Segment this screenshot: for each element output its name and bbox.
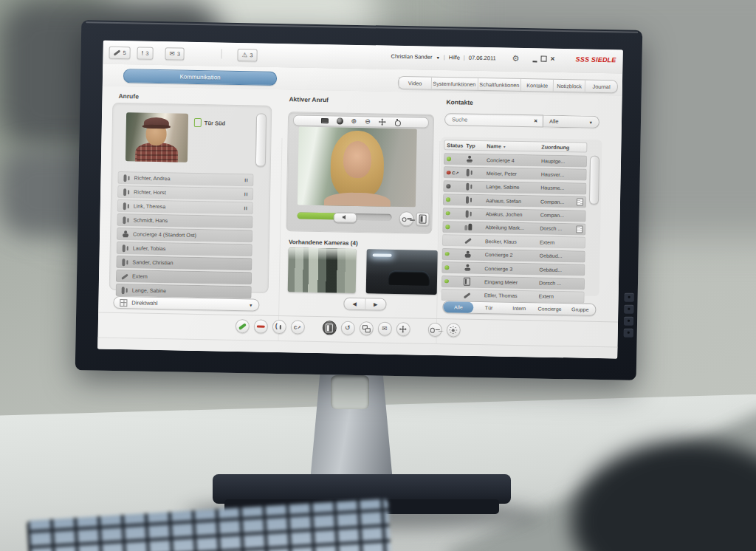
call-type-icon (123, 188, 130, 196)
keypad-icon (120, 299, 127, 307)
calls-notification-button[interactable]: 5 (109, 47, 130, 60)
user-menu[interactable]: Christian Sander (391, 53, 432, 61)
camera-lens-button[interactable] (337, 118, 343, 125)
maximize-button[interactable] (540, 55, 546, 61)
contact-row[interactable]: Lange, Sabine Hausme... (443, 180, 586, 195)
call-type-icon (122, 230, 129, 238)
contact-name: Abakus, Jochen (486, 211, 540, 217)
call-list-item[interactable]: Laufer, Tobias (117, 242, 252, 256)
timer-button[interactable] (394, 118, 401, 126)
contacts-scrollbar-thumb[interactable] (589, 156, 599, 205)
contact-name: Concierge 2 (485, 252, 540, 258)
pan-button[interactable] (379, 118, 386, 126)
display-mode-button[interactable] (321, 118, 329, 123)
door-station-button[interactable] (416, 212, 429, 225)
warnings-notification-button[interactable]: ⚠ 3 (237, 49, 257, 61)
column-typ[interactable]: Typ (466, 142, 487, 149)
key-function-button[interactable] (427, 323, 441, 337)
active-call-panel: ⊕ ⊖ (286, 112, 434, 234)
search-input[interactable] (450, 115, 535, 125)
monitor-bezel: 5 ! 3 ✉ 3 ⚠ 3 Christian Sander ▼ (75, 20, 643, 380)
contact-filter-button[interactable]: Intern (504, 303, 535, 315)
volume-slider[interactable] (298, 212, 392, 220)
caller-name: Richter, Andrea (134, 174, 241, 183)
call-type-icon (121, 273, 128, 280)
toolbar-separator (221, 49, 221, 59)
close-button[interactable]: × (550, 55, 554, 63)
messages-notification-button[interactable]: ✉ 3 (165, 47, 185, 60)
forward-call-button[interactable]: C↗ (290, 320, 304, 334)
light-function-button[interactable] (446, 323, 460, 337)
contact-row[interactable]: C↗ Meiser, Peter Hausver... (444, 166, 587, 181)
tab[interactable]: Schaltfunktionen (477, 78, 520, 91)
clear-search-icon[interactable]: × (534, 117, 537, 124)
hold-call-button[interactable] (272, 320, 286, 334)
monitor-osd-button[interactable] (624, 329, 633, 338)
call-list-item[interactable]: Richter, Andrea II (117, 171, 253, 186)
contact-row[interactable]: Concierge 3 Gebäud... (441, 261, 585, 276)
call-list-item[interactable]: Sander, Christian (116, 256, 252, 270)
contact-zuordnung: Hauptge... (541, 158, 577, 164)
end-call-button[interactable] (253, 319, 267, 333)
contact-filter-button[interactable]: Concierge (535, 303, 565, 315)
contact-type-cell (464, 224, 485, 232)
tab[interactable]: Kontakte (520, 79, 553, 92)
contact-type-icon (466, 156, 473, 163)
monitor-osd-button[interactable] (624, 317, 633, 326)
help-link[interactable]: Hilfe (449, 54, 460, 61)
date-display: 07.06.2011 (469, 55, 496, 62)
contact-row[interactable]: Eingang Meier Dorsch ... (441, 276, 585, 290)
call-list-item[interactable]: Richter, Horst II (117, 185, 253, 200)
tab[interactable]: Systemfunktionen (430, 78, 477, 90)
contact-filter-button[interactable]: Alle (443, 301, 473, 313)
status-dot (447, 171, 451, 175)
tab-kommunikation[interactable]: Kommunikation (123, 69, 277, 86)
monitor-osd-button[interactable] (624, 305, 633, 314)
minimize-button[interactable] (532, 61, 537, 62)
next-camera-button[interactable]: ▶ (365, 298, 386, 310)
call-list-item[interactable]: Concierge 4 (Standort Ost) (117, 227, 252, 242)
column-status[interactable]: Status (447, 142, 466, 148)
call-list-item[interactable]: Extern (116, 270, 252, 284)
zoom-out-button[interactable]: ⊖ (365, 118, 371, 125)
contact-filter-dropdown[interactable]: Alle ▼ (543, 115, 599, 129)
answer-call-button[interactable] (235, 319, 249, 333)
calls-scrollbar-thumb[interactable] (255, 113, 267, 166)
tab[interactable]: Journal (585, 81, 617, 93)
contact-name: Concierge 4 (487, 157, 541, 163)
contact-row[interactable]: Concierge 4 Hauptge... (444, 153, 587, 168)
camera-thumbnail-entrance[interactable] (288, 247, 357, 293)
contact-row[interactable]: Concierge 2 Gebäud... (442, 248, 585, 263)
chevron-down-icon[interactable]: ▼ (436, 55, 440, 59)
contact-name: Meiser, Peter (487, 171, 541, 177)
column-name[interactable]: Name▼ (487, 143, 541, 150)
contact-row[interactable]: Abakus, Jochen Compan... (443, 208, 586, 222)
contact-filter-button[interactable]: Gruppe (565, 304, 595, 315)
door-release-key-button[interactable] (399, 211, 413, 226)
caller-name: Schmidt, Hans (133, 216, 244, 225)
previous-camera-button[interactable]: ◀ (344, 298, 365, 310)
transfer-call-button[interactable] (359, 321, 373, 335)
camera-thumbnail-garage[interactable] (366, 249, 438, 295)
call-list-item[interactable]: Schmidt, Hans (117, 213, 252, 228)
tab[interactable]: Notizblock (553, 80, 585, 92)
contact-row[interactable]: Abteilung Mark... Dorsch ... (442, 221, 585, 236)
fullscreen-button[interactable] (396, 322, 410, 336)
redial-button[interactable]: ↺ (340, 321, 354, 335)
door-opener-button[interactable] (322, 321, 336, 335)
alerts-notification-button[interactable]: ! 3 (137, 47, 153, 59)
column-zuordnung[interactable]: Zuordnung (541, 143, 584, 151)
gear-icon[interactable]: ⚙ (512, 54, 519, 64)
direktwahl-dropdown[interactable]: Direktwahl ▼ (113, 296, 259, 312)
contact-row[interactable]: Aahaus, Stefan Compan... (443, 194, 586, 208)
zoom-in-button[interactable]: ⊕ (351, 118, 357, 125)
tab-bar: Video Systemfunktionen Schaltfunktionen … (398, 76, 618, 93)
message-button[interactable]: ✉ (377, 321, 391, 335)
contact-name: Concierge 3 (484, 266, 539, 272)
monitor-osd-button[interactable] (625, 293, 634, 302)
call-list-item[interactable]: Link, Theresa II (117, 199, 253, 214)
contact-row[interactable]: Becker, Klaus Extern (442, 234, 585, 249)
contact-filter-button[interactable]: Tür (473, 302, 504, 314)
volume-handle[interactable] (333, 212, 357, 223)
tab[interactable]: Video (399, 77, 431, 89)
